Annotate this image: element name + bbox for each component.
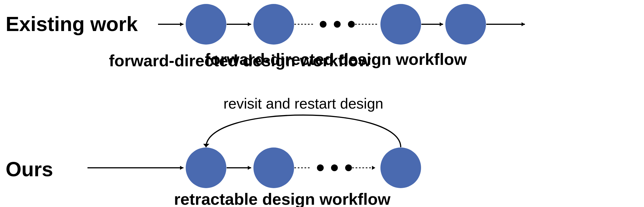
existing-circle-2: [253, 4, 294, 45]
forward-label: forward-directed design workflow: [109, 51, 371, 70]
existing-dot-1: [320, 21, 327, 28]
retractable-label: retractable design workflow: [174, 190, 391, 207]
svg-marker-7: [440, 22, 443, 26]
diagram-container: Existing work forward-directed design w: [0, 0, 644, 207]
existing-dot-3: [348, 21, 355, 28]
svg-marker-1: [180, 22, 183, 26]
svg-marker-11: [180, 166, 183, 170]
ours-label: Ours: [6, 158, 53, 180]
ours-dot-3: [345, 164, 352, 171]
svg-marker-3: [248, 22, 251, 26]
svg-marker-17: [203, 144, 209, 147]
svg-marker-13: [248, 166, 251, 170]
existing-circle-3: [380, 4, 421, 45]
ours-circle-2: [253, 147, 294, 188]
existing-work-label: Existing work: [6, 13, 138, 35]
svg-marker-9: [522, 22, 525, 26]
existing-dot-2: [334, 21, 341, 28]
ours-circle-1: [186, 147, 226, 188]
existing-circle-1: [186, 4, 226, 45]
svg-marker-16: [372, 166, 375, 170]
ours-dot-1: [317, 164, 324, 171]
ours-circle-3: [380, 147, 421, 188]
existing-circle-4: [445, 4, 486, 45]
ours-dot-2: [331, 164, 338, 171]
revisit-label: revisit and restart design: [224, 95, 384, 112]
